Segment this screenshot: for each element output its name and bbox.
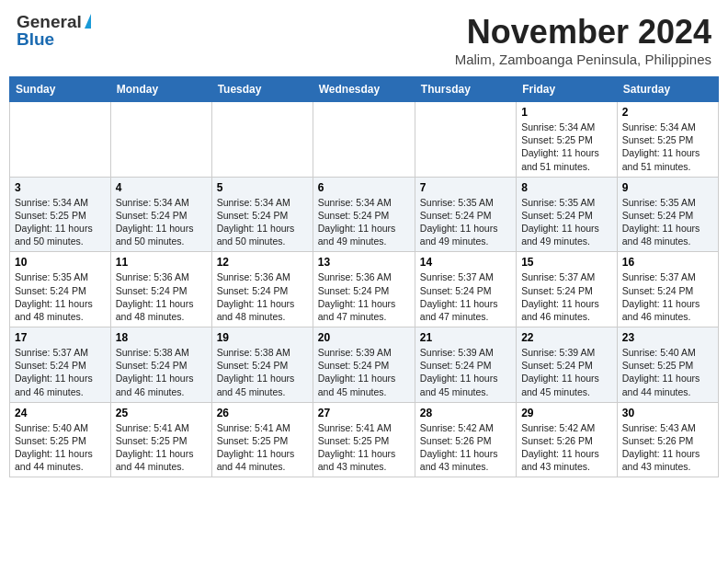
- day-info: Sunrise: 5:36 AMSunset: 5:24 PMDaylight:…: [217, 271, 295, 322]
- calendar-cell: 15 Sunrise: 5:37 AMSunset: 5:24 PMDaylig…: [517, 252, 618, 327]
- calendar-week-row: 17 Sunrise: 5:37 AMSunset: 5:24 PMDaylig…: [10, 327, 719, 403]
- day-info: Sunrise: 5:41 AMSunset: 5:25 PMDaylight:…: [217, 422, 295, 473]
- day-number: 10: [15, 256, 106, 269]
- page-header: General Blue November 2024 Malim, Zamboa…: [9, 9, 719, 71]
- day-info: Sunrise: 5:36 AMSunset: 5:24 PMDaylight:…: [116, 271, 194, 322]
- calendar-week-row: 10 Sunrise: 5:35 AMSunset: 5:24 PMDaylig…: [10, 252, 719, 327]
- calendar-cell: 29 Sunrise: 5:42 AMSunset: 5:26 PMDaylig…: [517, 402, 618, 477]
- calendar-cell: 14 Sunrise: 5:37 AMSunset: 5:24 PMDaylig…: [415, 252, 516, 327]
- weekday-header-sunday: Sunday: [10, 77, 111, 102]
- calendar-cell: 27 Sunrise: 5:41 AMSunset: 5:25 PMDaylig…: [313, 402, 415, 477]
- calendar-cell: 19 Sunrise: 5:38 AMSunset: 5:24 PMDaylig…: [211, 327, 313, 403]
- day-info: Sunrise: 5:38 AMSunset: 5:24 PMDaylight:…: [217, 347, 295, 397]
- calendar-cell: 10 Sunrise: 5:35 AMSunset: 5:24 PMDaylig…: [10, 252, 111, 327]
- calendar-cell: [110, 102, 211, 178]
- day-number: 23: [622, 331, 713, 344]
- day-number: 8: [521, 181, 612, 194]
- day-info: Sunrise: 5:34 AMSunset: 5:25 PMDaylight:…: [521, 121, 599, 172]
- day-info: Sunrise: 5:34 AMSunset: 5:24 PMDaylight:…: [217, 197, 295, 247]
- day-number: 6: [318, 181, 410, 194]
- day-number: 24: [15, 407, 106, 419]
- day-info: Sunrise: 5:34 AMSunset: 5:25 PMDaylight:…: [622, 121, 700, 172]
- logo: General Blue: [17, 13, 91, 50]
- day-number: 26: [217, 407, 308, 419]
- day-number: 17: [15, 331, 106, 344]
- day-number: 22: [521, 331, 612, 344]
- day-number: 1: [521, 106, 612, 119]
- day-number: 30: [622, 407, 713, 419]
- calendar-cell: 2 Sunrise: 5:34 AMSunset: 5:25 PMDayligh…: [617, 102, 718, 178]
- day-number: 29: [521, 407, 612, 419]
- day-number: 19: [217, 331, 308, 344]
- day-number: 20: [318, 331, 410, 344]
- calendar-cell: 4 Sunrise: 5:34 AMSunset: 5:24 PMDayligh…: [110, 177, 211, 252]
- day-info: Sunrise: 5:42 AMSunset: 5:26 PMDaylight:…: [420, 422, 498, 473]
- calendar-cell: 26 Sunrise: 5:41 AMSunset: 5:25 PMDaylig…: [211, 402, 313, 477]
- day-info: Sunrise: 5:41 AMSunset: 5:25 PMDaylight:…: [116, 422, 194, 473]
- day-info: Sunrise: 5:35 AMSunset: 5:24 PMDaylight:…: [622, 197, 700, 247]
- calendar-cell: 13 Sunrise: 5:36 AMSunset: 5:24 PMDaylig…: [313, 252, 415, 327]
- weekday-header-thursday: Thursday: [415, 77, 516, 102]
- calendar-table: SundayMondayTuesdayWednesdayThursdayFrid…: [9, 76, 719, 477]
- calendar-cell: 23 Sunrise: 5:40 AMSunset: 5:25 PMDaylig…: [617, 327, 718, 403]
- logo-triangle-icon: [85, 14, 91, 29]
- calendar-cell: 25 Sunrise: 5:41 AMSunset: 5:25 PMDaylig…: [110, 402, 211, 477]
- calendar-cell: 5 Sunrise: 5:34 AMSunset: 5:24 PMDayligh…: [211, 177, 313, 252]
- month-title: November 2024: [455, 13, 711, 52]
- calendar-cell: 18 Sunrise: 5:38 AMSunset: 5:24 PMDaylig…: [110, 327, 211, 403]
- day-info: Sunrise: 5:36 AMSunset: 5:24 PMDaylight:…: [318, 271, 396, 322]
- calendar-cell: 16 Sunrise: 5:37 AMSunset: 5:24 PMDaylig…: [617, 252, 718, 327]
- day-number: 2: [622, 106, 713, 119]
- calendar-cell: 3 Sunrise: 5:34 AMSunset: 5:25 PMDayligh…: [10, 177, 111, 252]
- day-info: Sunrise: 5:43 AMSunset: 5:26 PMDaylight:…: [622, 422, 700, 473]
- day-number: 14: [420, 256, 511, 269]
- calendar-cell: [211, 102, 313, 178]
- day-number: 5: [217, 181, 308, 194]
- day-number: 3: [15, 181, 106, 194]
- day-number: 13: [318, 256, 410, 269]
- calendar-cell: 1 Sunrise: 5:34 AMSunset: 5:25 PMDayligh…: [517, 102, 618, 178]
- day-number: 16: [622, 256, 713, 269]
- day-info: Sunrise: 5:37 AMSunset: 5:24 PMDaylight:…: [420, 271, 498, 322]
- day-info: Sunrise: 5:39 AMSunset: 5:24 PMDaylight:…: [420, 347, 498, 397]
- day-number: 9: [622, 181, 713, 194]
- day-number: 21: [420, 331, 511, 344]
- calendar-week-row: 24 Sunrise: 5:40 AMSunset: 5:25 PMDaylig…: [10, 402, 719, 477]
- calendar-cell: 6 Sunrise: 5:34 AMSunset: 5:24 PMDayligh…: [313, 177, 415, 252]
- calendar-cell: 22 Sunrise: 5:39 AMSunset: 5:24 PMDaylig…: [517, 327, 618, 403]
- day-number: 28: [420, 407, 511, 419]
- calendar-cell: 20 Sunrise: 5:39 AMSunset: 5:24 PMDaylig…: [313, 327, 415, 403]
- calendar-cell: 21 Sunrise: 5:39 AMSunset: 5:24 PMDaylig…: [415, 327, 516, 403]
- day-number: 11: [116, 256, 207, 269]
- day-info: Sunrise: 5:40 AMSunset: 5:25 PMDaylight:…: [15, 422, 93, 473]
- day-info: Sunrise: 5:39 AMSunset: 5:24 PMDaylight:…: [521, 347, 599, 397]
- day-info: Sunrise: 5:35 AMSunset: 5:24 PMDaylight:…: [420, 197, 498, 247]
- weekday-header-friday: Friday: [517, 77, 618, 102]
- day-number: 18: [116, 331, 207, 344]
- calendar-cell: 8 Sunrise: 5:35 AMSunset: 5:24 PMDayligh…: [517, 177, 618, 252]
- day-info: Sunrise: 5:34 AMSunset: 5:25 PMDaylight:…: [15, 197, 93, 247]
- calendar-cell: 28 Sunrise: 5:42 AMSunset: 5:26 PMDaylig…: [415, 402, 516, 477]
- calendar-cell: 17 Sunrise: 5:37 AMSunset: 5:24 PMDaylig…: [10, 327, 111, 403]
- day-info: Sunrise: 5:34 AMSunset: 5:24 PMDaylight:…: [318, 197, 396, 247]
- weekday-header-wednesday: Wednesday: [313, 77, 415, 102]
- calendar-cell: [313, 102, 415, 178]
- day-info: Sunrise: 5:40 AMSunset: 5:25 PMDaylight:…: [622, 347, 700, 397]
- calendar-cell: 30 Sunrise: 5:43 AMSunset: 5:26 PMDaylig…: [617, 402, 718, 477]
- day-info: Sunrise: 5:37 AMSunset: 5:24 PMDaylight:…: [521, 271, 599, 322]
- logo-blue-text: Blue: [17, 30, 54, 50]
- day-number: 27: [318, 407, 410, 419]
- day-info: Sunrise: 5:34 AMSunset: 5:24 PMDaylight:…: [116, 197, 194, 247]
- calendar-cell: [10, 102, 111, 178]
- day-info: Sunrise: 5:42 AMSunset: 5:26 PMDaylight:…: [521, 422, 599, 473]
- day-info: Sunrise: 5:37 AMSunset: 5:24 PMDaylight:…: [15, 347, 93, 397]
- day-number: 7: [420, 181, 511, 194]
- location-title: Malim, Zamboanga Peninsula, Philippines: [455, 52, 711, 67]
- weekday-header-monday: Monday: [110, 77, 211, 102]
- calendar-cell: 12 Sunrise: 5:36 AMSunset: 5:24 PMDaylig…: [211, 252, 313, 327]
- calendar-week-row: 1 Sunrise: 5:34 AMSunset: 5:25 PMDayligh…: [10, 102, 719, 178]
- day-number: 25: [116, 407, 207, 419]
- weekday-header-row: SundayMondayTuesdayWednesdayThursdayFrid…: [10, 77, 719, 102]
- calendar-cell: [415, 102, 516, 178]
- weekday-header-saturday: Saturday: [617, 77, 718, 102]
